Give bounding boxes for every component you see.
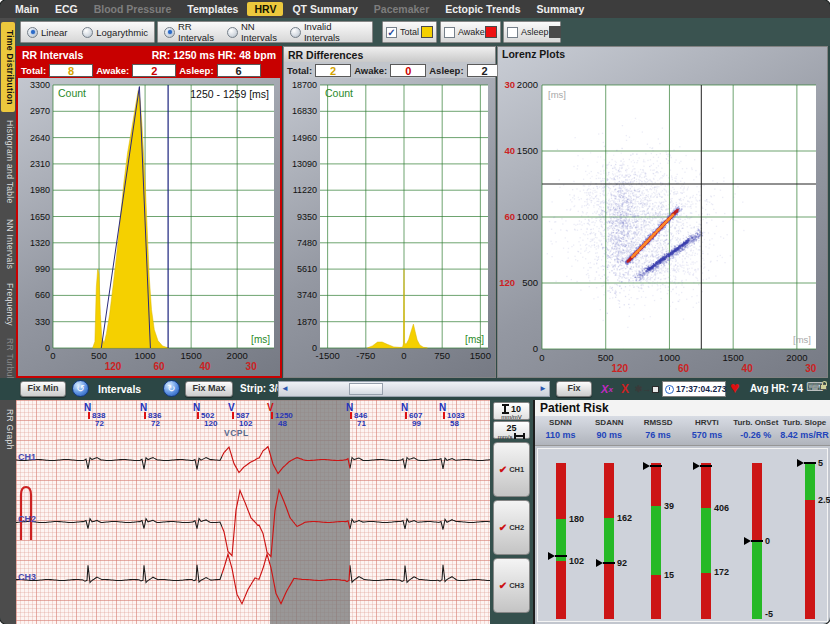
scroll-left-arrow[interactable]: ◄ — [279, 383, 291, 395]
radio-rr-intervals[interactable]: RR Intervals — [164, 21, 227, 43]
fix-max-button[interactable]: Fix Max — [185, 381, 233, 397]
svg-text:2000: 2000 — [517, 79, 538, 90]
beat-tick-icon — [144, 412, 146, 419]
menu-item-main[interactable]: Main — [8, 2, 46, 16]
select-to-strip-icon[interactable]: ✱→ — [634, 381, 660, 397]
risk-bar-sdann[interactable] — [604, 463, 614, 619]
refresh-min-button[interactable]: ↺ — [72, 380, 89, 397]
svg-text:11220: 11220 — [293, 185, 317, 195]
risk-bar-label: 406 — [714, 503, 729, 513]
menu-item-qt-summary[interactable]: QT Summary — [285, 2, 364, 16]
menu-item-ecg[interactable]: ECG — [48, 2, 85, 16]
risk-bar-green-zone — [805, 463, 815, 500]
swatch-total — [421, 26, 433, 38]
sidebar-item-rr-graph[interactable]: RR Graph — [1, 404, 15, 454]
svg-text:1320: 1320 — [30, 238, 50, 248]
radio-linear[interactable]: Linear — [27, 27, 67, 38]
stat-label-asleep-: Asleep: — [429, 65, 463, 76]
svg-text:1000: 1000 — [517, 211, 538, 222]
strip-counter: Strip: 3/8 — [240, 383, 283, 394]
menu-item-ectopic-trends[interactable]: Ectopic Trends — [438, 2, 527, 16]
risk-bar-hrvti[interactable] — [701, 463, 711, 619]
delete-x-icon[interactable]: X — [618, 381, 632, 397]
svg-text:660: 660 — [35, 290, 50, 300]
refresh-max-button[interactable]: ↻ — [163, 380, 180, 397]
risk-bar-marker[interactable] — [643, 462, 650, 470]
svg-text:1650: 1650 — [30, 212, 50, 222]
stat-label-awake-: Awake: — [96, 65, 129, 76]
checkbox-total[interactable]: ✓ — [386, 27, 397, 38]
rr-intervals-histogram[interactable]: 0330660990132016501980231026402970330005… — [19, 78, 281, 376]
svg-text:0: 0 — [533, 343, 538, 354]
metric-rmssd: RMSSD76 ms — [634, 418, 683, 443]
menu-item-blood-pressure[interactable]: Blood Pressure — [87, 2, 179, 16]
rr-differences-histogram[interactable]: 0187037405610748093501122013090149601683… — [284, 78, 495, 377]
channel-label-ch2: CH2 — [18, 514, 36, 524]
scroll-thumb[interactable] — [349, 383, 383, 395]
strip-toolbar: Fix Min ↺ Intervals ↻ Fix Max Strip: 3/8… — [0, 378, 830, 400]
risk-bar-marker[interactable] — [693, 462, 700, 470]
checkbox-asleep[interactable] — [507, 27, 518, 38]
sidebar-item-time-distribution[interactable]: Time Distribution — [1, 22, 15, 112]
risk-bar-marker[interactable] — [797, 459, 804, 467]
fix-button[interactable]: Fix — [556, 381, 592, 397]
stat-label-total-: Total: — [287, 65, 312, 76]
radio-invalid-intervals[interactable]: Invalid Intervals — [290, 21, 366, 43]
menu-item-hrv[interactable]: HRV — [247, 2, 283, 16]
gain-indicator[interactable]: 10 mm/mV — [493, 402, 530, 420]
radio-logarythmic[interactable]: Logarythmic — [82, 27, 148, 38]
svg-text:120: 120 — [611, 363, 628, 374]
svg-text:2000: 2000 — [227, 350, 248, 361]
delete-xx-icon[interactable]: Xx — [596, 381, 618, 397]
channel-buttons: ✔CH1✔CH2✔CH3 — [493, 442, 530, 613]
fix-min-button[interactable]: Fix Min — [20, 381, 66, 397]
channel-label-ch3: CH3 — [18, 572, 36, 582]
risk-bar-marker[interactable] — [596, 559, 603, 567]
risk-bar-turb-slope[interactable] — [805, 463, 815, 619]
lorenz-scatter-cloud[interactable] — [542, 85, 816, 349]
radio-nn-intervals[interactable]: NN Intervals — [227, 21, 290, 43]
menu-item-pacemaker[interactable]: Pacemaker — [367, 2, 436, 16]
metric-sdnn: SDNN110 ms — [536, 418, 585, 443]
sidebar-item-histogram-and-table[interactable]: Histogram and Table — [1, 112, 15, 212]
gain-value: 10 — [511, 404, 521, 414]
svg-text:0: 0 — [539, 352, 544, 363]
sidebar-item-frequency[interactable]: Frequency — [1, 276, 15, 332]
beat-tick-icon — [232, 412, 234, 419]
hrv-toolbar: LinearLogarythmicRR IntervalsNN Interval… — [16, 18, 830, 46]
metric-value: 8.42 ms/RR — [780, 430, 829, 440]
metric-value: 90 ms — [585, 430, 634, 440]
channel-button-ch3[interactable]: ✔CH3 — [493, 558, 530, 613]
scroll-right-arrow[interactable]: ► — [537, 383, 549, 395]
metric-turb-onset: Turb. OnSet-0.26 % — [731, 418, 780, 443]
risk-bar-marker[interactable] — [548, 552, 555, 560]
hrv-metrics-row: SDNN110 msSDANN90 msRMSSD76 msHRVTi570 m… — [535, 416, 830, 446]
menu-item-templates[interactable]: Templates — [180, 2, 245, 16]
rr-intervals-stats: Total:8Awake:2Asleep:6 — [18, 62, 280, 78]
amplitude-icon — [502, 404, 509, 414]
svg-text:120: 120 — [105, 361, 122, 372]
svg-text:1000: 1000 — [135, 350, 156, 361]
checkbox-label-awake: Awake — [458, 27, 485, 37]
speed-indicator[interactable]: 25 mm/s — [493, 421, 530, 439]
risk-bar-rmssd[interactable] — [651, 463, 661, 619]
channel-button-ch2[interactable]: ✔CH2 — [493, 500, 530, 555]
risk-bar-sdnn[interactable] — [556, 463, 566, 619]
svg-text:0: 0 — [45, 343, 50, 353]
ecg-strip[interactable]: N83872N83672N502120V587102V125048N84671N… — [16, 400, 490, 624]
beat-tick-icon — [88, 412, 90, 419]
channel-button-label: CH2 — [509, 523, 524, 532]
strip-scrollbar[interactable]: ◄ ► — [278, 381, 550, 397]
svg-text:30: 30 — [504, 79, 515, 90]
risk-bar-marker[interactable] — [744, 537, 751, 545]
metric-turb-slope: Turb. Slope8.42 ms/RR — [780, 418, 829, 443]
sidebar-item-nn-intervals[interactable]: NN Intervals — [1, 212, 15, 276]
risk-bar-label: 0 — [765, 536, 770, 546]
svg-text:9350: 9350 — [297, 212, 317, 222]
risk-bar-label: -5 — [765, 609, 773, 619]
menu-item-summary[interactable]: Summary — [530, 2, 592, 16]
checkbox-awake[interactable] — [444, 27, 455, 38]
risk-bar-marker-line — [700, 465, 712, 467]
channel-button-ch1[interactable]: ✔CH1 — [493, 442, 530, 497]
svg-text:0: 0 — [50, 350, 55, 361]
